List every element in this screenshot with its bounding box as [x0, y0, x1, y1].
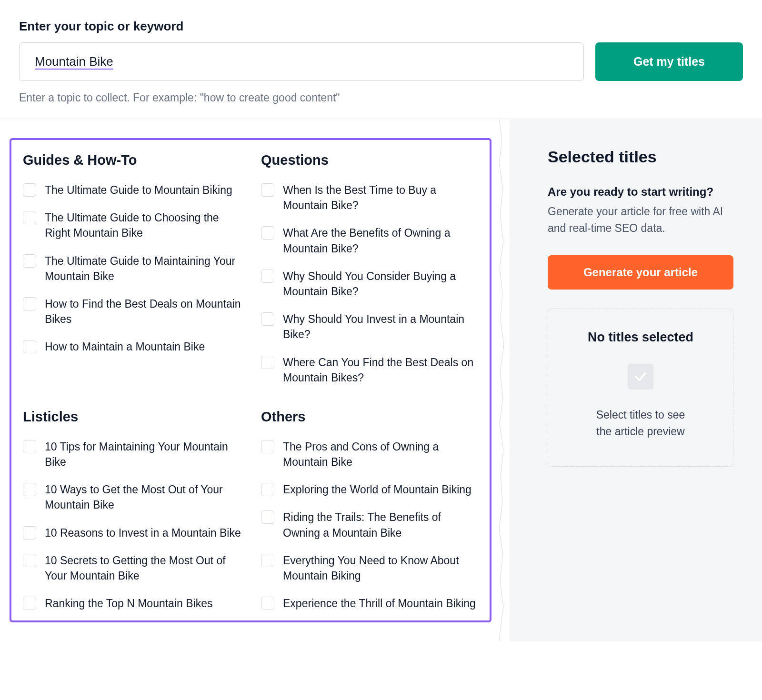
- title-text: How to Maintain a Mountain Bike: [45, 339, 205, 354]
- title-option[interactable]: 10 Reasons to Invest in a Mountain Bike: [23, 525, 242, 540]
- title-text: Everything You Need to Know About Mounta…: [283, 553, 480, 583]
- topic-label: Enter your topic or keyword: [19, 19, 743, 34]
- title-text: Why Should You Invest in a Mountain Bike…: [283, 311, 480, 342]
- checkbox-icon: [261, 183, 274, 197]
- checkbox-icon: [261, 554, 274, 567]
- group-others: Others The Pros and Cons of Owning a Mou…: [261, 409, 480, 611]
- helper-example: "how to create good content": [200, 91, 340, 104]
- helper-text: Enter a topic to collect. For example: "…: [19, 91, 743, 104]
- checkbox-icon: [261, 440, 274, 453]
- title-option[interactable]: Experience the Thrill of Mountain Biking: [261, 596, 480, 611]
- title-text: 10 Tips for Maintaining Your Mountain Bi…: [45, 439, 242, 470]
- checkbox-icon: [23, 554, 36, 567]
- title-text: When Is the Best Time to Buy a Mountain …: [283, 182, 480, 213]
- checkbox-icon: [261, 597, 274, 610]
- checkbox-icon: [261, 270, 274, 283]
- title-text: 10 Reasons to Invest in a Mountain Bike: [45, 525, 241, 540]
- checkbox-icon: [23, 597, 36, 610]
- title-option[interactable]: Where Can You Find the Best Deals on Mou…: [261, 355, 480, 385]
- title-option[interactable]: Exploring the World of Mountain Biking: [261, 482, 480, 497]
- title-text: Ranking the Top N Mountain Bikes: [45, 596, 212, 611]
- generate-article-button[interactable]: Generate your article: [548, 255, 733, 290]
- get-titles-button[interactable]: Get my titles: [595, 42, 743, 81]
- checkbox-icon: [23, 483, 36, 496]
- group-listicles-title: Listicles: [23, 409, 242, 425]
- title-option[interactable]: The Ultimate Guide to Mountain Biking: [23, 182, 242, 198]
- title-option[interactable]: What Are the Benefits of Owning a Mounta…: [261, 225, 480, 256]
- group-questions: Questions When Is the Best Time to Buy a…: [261, 152, 480, 385]
- titles-highlight-box: Guides & How-To The Ultimate Guide to Mo…: [10, 138, 491, 622]
- checkbox-icon: [23, 297, 36, 310]
- no-titles-help: Select titles to see the article preview: [562, 407, 719, 440]
- title-text: The Ultimate Guide to Maintaining Your M…: [45, 253, 242, 284]
- title-text: 10 Secrets to Getting the Most Out of Yo…: [45, 553, 242, 583]
- title-text: The Ultimate Guide to Choosing the Right…: [45, 210, 242, 240]
- group-guides-items: The Ultimate Guide to Mountain Biking Th…: [23, 182, 242, 355]
- title-text: Riding the Trails: The Benefits of Ownin…: [283, 510, 480, 540]
- title-option[interactable]: When Is the Best Time to Buy a Mountain …: [261, 182, 480, 213]
- checkbox-icon: [23, 183, 36, 197]
- helper-prefix: Enter a topic to collect. For example:: [19, 91, 200, 104]
- check-placeholder-icon: [628, 364, 653, 390]
- title-option[interactable]: Everything You Need to Know About Mounta…: [261, 553, 480, 583]
- title-option[interactable]: How to Find the Best Deals on Mountain B…: [23, 296, 242, 327]
- group-guides: Guides & How-To The Ultimate Guide to Mo…: [23, 152, 242, 385]
- torn-divider-icon: [499, 119, 510, 641]
- title-text: How to Find the Best Deals on Mountain B…: [45, 296, 242, 327]
- title-text: Why Should You Consider Buying a Mountai…: [283, 269, 480, 299]
- app-root: Enter your topic or keyword Mountain Bik…: [0, 0, 762, 641]
- topic-input-value: Mountain Bike: [35, 54, 113, 69]
- group-others-title: Others: [261, 409, 480, 425]
- group-others-items: The Pros and Cons of Owning a Mountain B…: [261, 439, 480, 611]
- checkbox-icon: [23, 440, 36, 453]
- group-listicles: Listicles 10 Tips for Maintaining Your M…: [23, 409, 242, 611]
- group-listicles-items: 10 Tips for Maintaining Your Mountain Bi…: [23, 439, 242, 611]
- titles-panel: Guides & How-To The Ultimate Guide to Mo…: [0, 119, 505, 641]
- title-option[interactable]: 10 Ways to Get the Most Out of Your Moun…: [23, 482, 242, 512]
- checkbox-icon: [261, 510, 274, 524]
- search-row: Mountain Bike Get my titles: [19, 42, 743, 81]
- title-option[interactable]: 10 Secrets to Getting the Most Out of Yo…: [23, 553, 242, 583]
- title-option[interactable]: Ranking the Top N Mountain Bikes: [23, 596, 242, 611]
- checkbox-icon: [23, 340, 36, 353]
- title-option[interactable]: How to Maintain a Mountain Bike: [23, 339, 242, 354]
- no-titles-heading: No titles selected: [562, 330, 719, 345]
- title-text: The Pros and Cons of Owning a Mountain B…: [283, 439, 480, 470]
- group-questions-items: When Is the Best Time to Buy a Mountain …: [261, 182, 480, 385]
- title-text: Where Can You Find the Best Deals on Mou…: [283, 355, 480, 385]
- title-option[interactable]: Why Should You Invest in a Mountain Bike…: [261, 311, 480, 342]
- title-text: 10 Ways to Get the Most Out of Your Moun…: [45, 482, 242, 512]
- ready-heading: Are you ready to start writing?: [548, 185, 733, 199]
- checkbox-icon: [23, 254, 36, 268]
- group-questions-title: Questions: [261, 152, 480, 168]
- title-columns: Guides & How-To The Ultimate Guide to Mo…: [23, 152, 480, 611]
- title-text: Experience the Thrill of Mountain Biking: [283, 596, 476, 611]
- title-option[interactable]: Riding the Trails: The Benefits of Ownin…: [261, 510, 480, 540]
- checkbox-icon: [261, 226, 274, 240]
- checkbox-icon: [261, 312, 274, 326]
- search-section: Enter your topic or keyword Mountain Bik…: [0, 0, 762, 119]
- title-option[interactable]: The Pros and Cons of Owning a Mountain B…: [261, 439, 480, 470]
- title-option[interactable]: The Ultimate Guide to Maintaining Your M…: [23, 253, 242, 284]
- main-split: Guides & How-To The Ultimate Guide to Mo…: [0, 119, 762, 641]
- title-text: Exploring the World of Mountain Biking: [283, 482, 471, 497]
- checkbox-icon: [261, 483, 274, 496]
- no-titles-card: No titles selected Select titles to see …: [548, 309, 733, 467]
- checkbox-icon: [261, 356, 274, 369]
- title-text: The Ultimate Guide to Mountain Biking: [45, 182, 232, 198]
- selected-heading: Selected titles: [548, 148, 733, 166]
- topic-input[interactable]: Mountain Bike: [19, 42, 584, 81]
- title-option[interactable]: Why Should You Consider Buying a Mountai…: [261, 269, 480, 299]
- title-option[interactable]: 10 Tips for Maintaining Your Mountain Bi…: [23, 439, 242, 470]
- title-text: What Are the Benefits of Owning a Mounta…: [283, 225, 480, 256]
- ready-subtext: Generate your article for free with AI a…: [548, 203, 733, 236]
- checkbox-icon: [23, 526, 36, 540]
- checkbox-icon: [23, 211, 36, 224]
- title-option[interactable]: The Ultimate Guide to Choosing the Right…: [23, 210, 242, 240]
- group-guides-title: Guides & How-To: [23, 152, 242, 168]
- selected-panel: Selected titles Are you ready to start w…: [510, 119, 762, 641]
